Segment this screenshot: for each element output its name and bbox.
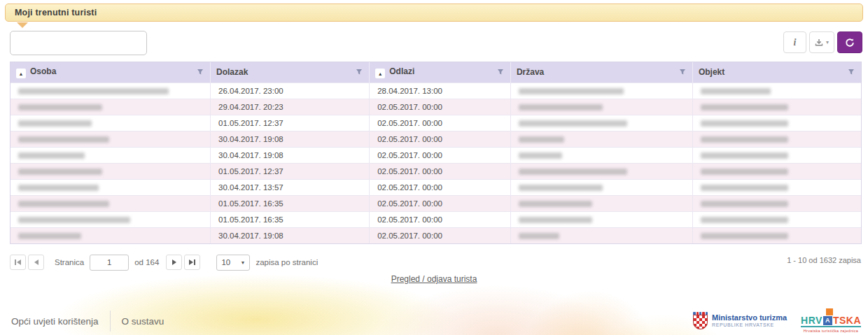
cell-odlazi: 02.05.2017. 00:00 — [370, 179, 511, 195]
footer-links: Opći uvjeti korištenja O sustavu — [11, 311, 164, 332]
cell-drzava — [510, 131, 692, 147]
next-page-button[interactable] — [166, 255, 182, 270]
toolbar: i ▾ — [783, 31, 862, 53]
cell-dolazak: 01.05.2017. 12:37 — [211, 163, 370, 179]
cell-dolazak: 01.05.2017. 16:35 — [211, 195, 370, 211]
redacted-text — [18, 217, 130, 223]
decorative-blob — [382, 285, 612, 335]
review-checkout-tourists-link[interactable]: Pregled / odjava turista — [391, 274, 477, 284]
column-label: Dolazak — [216, 67, 248, 77]
table-row[interactable]: 29.04.2017. 20:2302.05.2017. 00:00 — [10, 99, 861, 115]
redacted-text — [701, 120, 788, 127]
cell-odlazi: 02.05.2017. 00:00 — [370, 163, 511, 179]
column-header-odlazi[interactable]: ▲Odlazi — [370, 62, 511, 83]
cell-dolazak: 30.04.2017. 19:08 — [211, 131, 370, 147]
redacted-text — [519, 169, 627, 175]
redacted-text — [701, 104, 788, 111]
cell-drzava — [510, 115, 692, 131]
page-count-label: od 164 — [134, 258, 159, 266]
cell-dolazak: 30.04.2017. 19:08 — [211, 147, 370, 163]
ministry-of-tourism-logo: Ministarstvo turizma REPUBLIKE HRVATSKE — [693, 312, 787, 329]
table-row[interactable]: 01.05.2017. 12:3702.05.2017. 00:00 — [10, 115, 861, 131]
cell-dolazak: 30.04.2017. 19:08 — [211, 227, 370, 243]
table-row[interactable]: 01.05.2017. 16:3502.05.2017. 00:00 — [10, 211, 861, 227]
last-page-button[interactable] — [184, 255, 200, 270]
cell-objekt — [692, 211, 861, 227]
tab-moji-trenutni-turisti[interactable]: Moji trenutni turisti — [5, 3, 863, 22]
funnel-icon[interactable] — [497, 69, 504, 76]
cell-drzava — [510, 227, 692, 243]
column-label: Objekt — [699, 67, 724, 77]
terms-of-use-link[interactable]: Opći uvjeti korištenja — [11, 316, 99, 327]
redacted-text — [519, 201, 592, 207]
redacted-text — [701, 88, 771, 94]
cell-osoba — [10, 83, 211, 99]
cell-odlazi: 28.04.2017. 13:00 — [370, 83, 511, 99]
table-row[interactable]: 26.04.2017. 23:0028.04.2017. 13:00 — [10, 83, 861, 99]
cell-odlazi: 02.05.2017. 00:00 — [370, 115, 511, 131]
table-row[interactable]: 30.04.2017. 19:0802.05.2017. 00:00 — [10, 147, 861, 163]
funnel-icon[interactable] — [848, 69, 855, 76]
footer-logos: Ministarstvo turizma REPUBLIKE HRVATSKE … — [693, 308, 861, 333]
export-button[interactable]: ▾ — [809, 31, 834, 53]
cell-objekt — [692, 147, 861, 163]
table-body: 26.04.2017. 23:0028.04.2017. 13:0029.04.… — [10, 83, 861, 243]
redacted-text — [701, 217, 788, 223]
tourists-table: ▲Osoba Dolazak ▲Odlazi Država Objekt — [10, 62, 862, 244]
redacted-text — [701, 169, 788, 175]
cell-dolazak: 01.05.2017. 16:35 — [211, 211, 370, 227]
cell-dolazak: 30.04.2017. 13:57 — [211, 179, 370, 195]
table-row[interactable]: 30.04.2017. 19:0802.05.2017. 00:00 — [10, 131, 861, 147]
cell-objekt — [692, 83, 861, 99]
chevron-down-icon: ▾ — [826, 39, 829, 45]
table-row[interactable]: 30.04.2017. 13:5702.05.2017. 00:00 — [10, 179, 861, 195]
funnel-icon[interactable] — [197, 69, 204, 76]
search-input[interactable] — [10, 31, 147, 55]
cell-drzava — [510, 211, 692, 227]
redacted-text — [18, 152, 85, 159]
info-button[interactable]: i — [783, 31, 806, 53]
table-row[interactable]: 30.04.2017. 19:0802.05.2017. 00:00 — [10, 227, 861, 243]
funnel-icon[interactable] — [356, 69, 363, 76]
column-header-objekt[interactable]: Objekt — [692, 62, 861, 83]
cell-dolazak: 26.04.2017. 23:00 — [211, 83, 370, 99]
first-page-button[interactable] — [10, 255, 26, 270]
pagination-bar: Stranica od 164 10 ▼ zapisa po stranici — [10, 254, 318, 271]
htz-orange-square-icon — [826, 308, 833, 315]
page-size-label: zapisa po stranici — [255, 258, 318, 266]
funnel-icon[interactable] — [679, 69, 686, 76]
column-header-drzava[interactable]: Država — [510, 62, 692, 83]
page-size-select[interactable]: 10 ▼ — [216, 255, 250, 271]
cell-drzava — [510, 83, 692, 99]
redacted-text — [18, 169, 102, 175]
redacted-text — [519, 88, 624, 94]
redacted-text — [701, 233, 788, 239]
redacted-text — [18, 185, 99, 191]
refresh-button[interactable] — [837, 31, 862, 53]
column-label: Osoba — [30, 66, 56, 76]
redacted-text — [519, 185, 603, 191]
column-label: Država — [517, 67, 544, 77]
cell-osoba — [10, 99, 211, 115]
cell-odlazi: 02.05.2017. 00:00 — [370, 131, 511, 147]
redacted-text — [519, 136, 564, 143]
cell-osoba — [10, 131, 211, 147]
page-title: Moji trenutni turisti — [15, 8, 97, 17]
ministry-subtitle: REPUBLIKE HRVATSKE — [712, 322, 787, 327]
page-number-input[interactable] — [90, 255, 129, 271]
cell-odlazi: 02.05.2017. 00:00 — [370, 147, 511, 163]
column-header-osoba[interactable]: ▲Osoba — [10, 62, 211, 83]
cell-drzava — [510, 147, 692, 163]
page-label: Stranica — [55, 258, 84, 266]
table-row[interactable]: 01.05.2017. 12:3702.05.2017. 00:00 — [10, 163, 861, 179]
redacted-text — [18, 201, 109, 207]
htz-word-part2: TSKA — [833, 315, 861, 325]
cell-osoba — [10, 147, 211, 163]
redacted-text — [519, 120, 627, 127]
page-size-value: 10 — [221, 258, 230, 266]
table-row[interactable]: 01.05.2017. 16:3502.05.2017. 00:00 — [10, 195, 861, 211]
footer-divider — [110, 311, 111, 332]
prev-page-button[interactable] — [28, 255, 44, 270]
column-header-dolazak[interactable]: Dolazak — [211, 62, 370, 83]
about-system-link[interactable]: O sustavu — [122, 316, 164, 327]
